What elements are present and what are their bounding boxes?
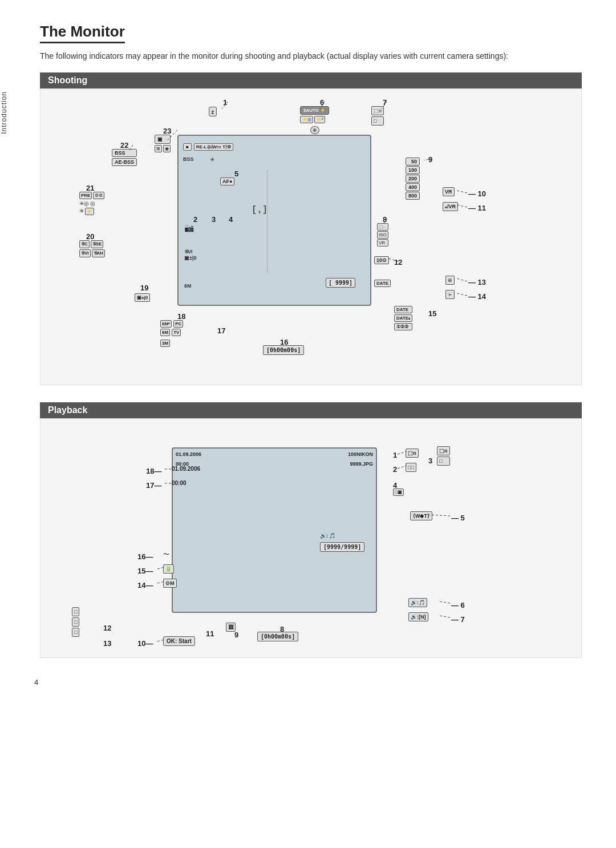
icon-13-clock: ⊕	[445, 274, 455, 284]
icon-15-date: DATE DATE₂ ①②③	[394, 306, 412, 330]
shooting-section-header: Shooting	[40, 72, 582, 88]
pb-icon-17-time: 00:00	[172, 478, 187, 487]
pb-num-16: 16—	[137, 552, 153, 561]
icon-2-camera: 📷	[184, 223, 194, 232]
num-5: 5	[234, 169, 238, 178]
pb-num-2: 2	[393, 465, 397, 474]
svg-line-10	[457, 293, 467, 296]
pb-num-3: 3	[428, 456, 432, 465]
pb-num-17: 17—	[146, 480, 161, 490]
num-14: — 14	[468, 292, 486, 301]
icon-af-dot: AF●	[220, 176, 234, 185]
num-22: 22	[120, 140, 128, 150]
icon-22-bss: BSS AE-BSS	[112, 149, 137, 166]
playback-screen-top: 01.09.2006 100NIKON	[176, 451, 373, 457]
num-23: 23	[163, 126, 171, 135]
screen-mode-icon: ■	[183, 143, 192, 151]
pb-icon-2: □□	[406, 462, 416, 471]
playback-filename-screen: 9999.JPG	[350, 461, 373, 467]
pb-icon-print-group: □ □ □	[72, 607, 79, 637]
icon-14-arrow: ➢	[445, 289, 455, 298]
icon-18-sizes: 6M* PC 6M TV 3M	[160, 320, 183, 346]
icon-6m-inside: 6M	[184, 280, 192, 289]
num-21: 21	[86, 183, 94, 192]
playback-diagram: 01.09.2006 100NIKON 00:00 9999.JPG 1 ⬚n …	[40, 418, 582, 658]
num-17: 17	[217, 326, 225, 335]
pb-num-5: — 5	[451, 513, 465, 522]
pb-icon-16-curve: 〜	[163, 549, 169, 559]
num-13: — 13	[468, 277, 486, 286]
pb-num-6: — 6	[451, 600, 465, 609]
svg-line-6	[457, 191, 467, 193]
screen-vertical-line	[267, 170, 268, 273]
pb-icon-18-date: 01.09.2006	[172, 463, 200, 473]
num-8: 8	[383, 215, 387, 224]
pb-num-11: 11	[206, 629, 214, 638]
pb-num-18: 18—	[146, 466, 161, 475]
icon-21-pre: PRE ⚙⚙ ✳◎ ◎ ✳ ⚡	[79, 192, 104, 215]
sidebar-introduction-label: Introduction	[0, 91, 8, 134]
pb-icon-7-sound: 🔊:[N]	[408, 611, 428, 620]
pb-num-14: 14—	[137, 580, 153, 589]
shooting-diagram: ■ RE-L◎⟨W▭ T⟩⚙ BSS ✳ [ , ] 1 𝒛 2 📷	[40, 88, 582, 385]
pb-sound-indicator: 🔊: 🎵	[320, 530, 336, 539]
num-7: 7	[383, 98, 387, 107]
num-3: 3	[212, 215, 216, 224]
icon-10-vr: VR	[443, 186, 455, 195]
screen-relcw-label: RE-L◎⟨W▭ T⟩⚙	[194, 143, 233, 151]
icon-shots-remaining: [ 9999]	[326, 277, 355, 286]
page-number: 4	[34, 678, 38, 687]
pb-icon-10-ok: OK: Start	[163, 636, 195, 645]
svg-line-18	[440, 616, 450, 617]
icon-23-burst: ▣ ⊞ ◉	[155, 135, 171, 152]
playback-date-screen: 01.09.2006	[176, 451, 201, 457]
icon-8-group: ⬚- ISO VR	[377, 223, 388, 247]
num-11: — 11	[468, 203, 486, 212]
screen-top-bar: ■ RE-L◎⟨W▭ T⟩⚙	[183, 140, 366, 153]
icon-12-timer: 10⊙	[374, 255, 389, 264]
intro-text: The following indicators may appear in t…	[40, 50, 582, 62]
playback-folder-screen: 100NIKON	[348, 451, 373, 457]
pb-num-15: 15—	[137, 566, 153, 575]
icon-20-creative: 𝒢C 𝒢SE 𝒢VI 𝒢AH	[79, 240, 105, 257]
pb-shots-count: [9999/9999]	[320, 542, 364, 551]
pb-num-10: 10—	[137, 639, 153, 648]
pb-icon-8-timer: [0h00m00s]	[257, 631, 298, 640]
icon-date-label: DATE	[374, 277, 391, 286]
num-2: 2	[193, 215, 197, 224]
icon-19-ev: ▣±|0	[135, 292, 150, 301]
screen-bss-label: BSS	[183, 156, 194, 162]
pb-icon-15-battery: 🔋	[163, 563, 174, 572]
num-18: 18	[177, 312, 185, 321]
num-10: — 10	[468, 189, 486, 198]
num-9: 9	[428, 155, 432, 164]
screen-focus-brackets: [ , ]	[253, 204, 266, 215]
num-19: 19	[140, 283, 148, 292]
num-1: 1	[223, 98, 227, 107]
num-15: 15	[428, 309, 436, 318]
pb-num-13: 13	[103, 639, 111, 648]
playback-section-header: Playback	[40, 402, 582, 418]
playback-screen: 01.09.2006 100NIKON 00:00 9999.JPG	[172, 447, 377, 613]
pb-num-12: 12	[103, 623, 111, 632]
pb-icon-4: □▣	[393, 486, 404, 495]
pb-num-1: 1	[393, 450, 397, 459]
icon-1-scene: 𝒛	[209, 106, 217, 115]
icon-cm-inside: 𝒢VI ▣±|0	[184, 249, 196, 261]
icon-11-evr: ₑ/VR	[443, 201, 458, 210]
num-4: 4	[229, 215, 233, 224]
screen-sun-icon: ✳	[210, 156, 214, 163]
svg-line-7	[457, 205, 467, 207]
num-6: 6	[320, 98, 324, 107]
pb-icon-9-pic: 🖼	[226, 621, 236, 631]
svg-line-17	[440, 601, 450, 603]
playback-screen-row2: 00:00 9999.JPG	[176, 461, 373, 467]
pb-num-7: — 7	[451, 615, 465, 624]
pb-icon-14-clock: ⊙M	[163, 578, 177, 587]
num-20: 20	[86, 232, 94, 241]
icon-6-flash: $AUTO ⚡ ⚡◎ ⚡² ⊕	[300, 106, 329, 134]
page-title: The Monitor	[40, 23, 125, 43]
icon-16-timer-val: [0h00m00s]	[263, 345, 304, 354]
pb-icon-5-wit: ⟨W◆T⟩	[410, 510, 432, 519]
num-12: 12	[394, 257, 402, 266]
